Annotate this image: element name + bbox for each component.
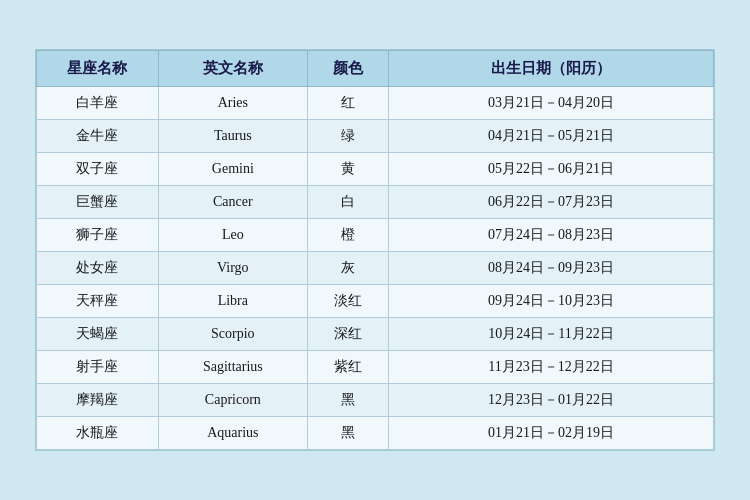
- cell-chinese: 水瓶座: [37, 417, 159, 450]
- cell-date: 08月24日－09月23日: [389, 252, 714, 285]
- zodiac-table: 星座名称 英文名称 颜色 出生日期（阳历） 白羊座Aries红03月21日－04…: [36, 50, 714, 450]
- cell-chinese: 射手座: [37, 351, 159, 384]
- cell-english: Taurus: [158, 120, 307, 153]
- cell-english: Cancer: [158, 186, 307, 219]
- table-row: 狮子座Leo橙07月24日－08月23日: [37, 219, 714, 252]
- cell-date: 04月21日－05月21日: [389, 120, 714, 153]
- cell-english: Libra: [158, 285, 307, 318]
- cell-date: 05月22日－06月21日: [389, 153, 714, 186]
- cell-color: 紫红: [307, 351, 388, 384]
- zodiac-table-container: 星座名称 英文名称 颜色 出生日期（阳历） 白羊座Aries红03月21日－04…: [35, 49, 715, 451]
- cell-color: 橙: [307, 219, 388, 252]
- cell-color: 白: [307, 186, 388, 219]
- cell-date: 03月21日－04月20日: [389, 87, 714, 120]
- cell-english: Aquarius: [158, 417, 307, 450]
- table-row: 射手座Sagittarius紫红11月23日－12月22日: [37, 351, 714, 384]
- cell-date: 11月23日－12月22日: [389, 351, 714, 384]
- header-chinese: 星座名称: [37, 51, 159, 87]
- cell-color: 黑: [307, 417, 388, 450]
- cell-date: 10月24日－11月22日: [389, 318, 714, 351]
- cell-chinese: 白羊座: [37, 87, 159, 120]
- cell-color: 黑: [307, 384, 388, 417]
- cell-color: 深红: [307, 318, 388, 351]
- cell-english: Leo: [158, 219, 307, 252]
- cell-color: 绿: [307, 120, 388, 153]
- cell-english: Capricorn: [158, 384, 307, 417]
- table-row: 白羊座Aries红03月21日－04月20日: [37, 87, 714, 120]
- table-row: 双子座Gemini黄05月22日－06月21日: [37, 153, 714, 186]
- cell-english: Gemini: [158, 153, 307, 186]
- header-color: 颜色: [307, 51, 388, 87]
- cell-chinese: 天蝎座: [37, 318, 159, 351]
- cell-color: 黄: [307, 153, 388, 186]
- header-english: 英文名称: [158, 51, 307, 87]
- table-row: 水瓶座Aquarius黑01月21日－02月19日: [37, 417, 714, 450]
- cell-chinese: 巨蟹座: [37, 186, 159, 219]
- cell-date: 06月22日－07月23日: [389, 186, 714, 219]
- cell-color: 淡红: [307, 285, 388, 318]
- header-date: 出生日期（阳历）: [389, 51, 714, 87]
- cell-english: Aries: [158, 87, 307, 120]
- cell-chinese: 天秤座: [37, 285, 159, 318]
- cell-english: Virgo: [158, 252, 307, 285]
- table-row: 天蝎座Scorpio深红10月24日－11月22日: [37, 318, 714, 351]
- cell-chinese: 双子座: [37, 153, 159, 186]
- cell-color: 灰: [307, 252, 388, 285]
- cell-date: 09月24日－10月23日: [389, 285, 714, 318]
- cell-chinese: 狮子座: [37, 219, 159, 252]
- cell-english: Sagittarius: [158, 351, 307, 384]
- cell-chinese: 处女座: [37, 252, 159, 285]
- table-row: 巨蟹座Cancer白06月22日－07月23日: [37, 186, 714, 219]
- cell-chinese: 金牛座: [37, 120, 159, 153]
- table-row: 处女座Virgo灰08月24日－09月23日: [37, 252, 714, 285]
- cell-chinese: 摩羯座: [37, 384, 159, 417]
- cell-date: 12月23日－01月22日: [389, 384, 714, 417]
- table-header-row: 星座名称 英文名称 颜色 出生日期（阳历）: [37, 51, 714, 87]
- cell-english: Scorpio: [158, 318, 307, 351]
- table-row: 天秤座Libra淡红09月24日－10月23日: [37, 285, 714, 318]
- table-row: 金牛座Taurus绿04月21日－05月21日: [37, 120, 714, 153]
- cell-date: 01月21日－02月19日: [389, 417, 714, 450]
- table-row: 摩羯座Capricorn黑12月23日－01月22日: [37, 384, 714, 417]
- cell-color: 红: [307, 87, 388, 120]
- cell-date: 07月24日－08月23日: [389, 219, 714, 252]
